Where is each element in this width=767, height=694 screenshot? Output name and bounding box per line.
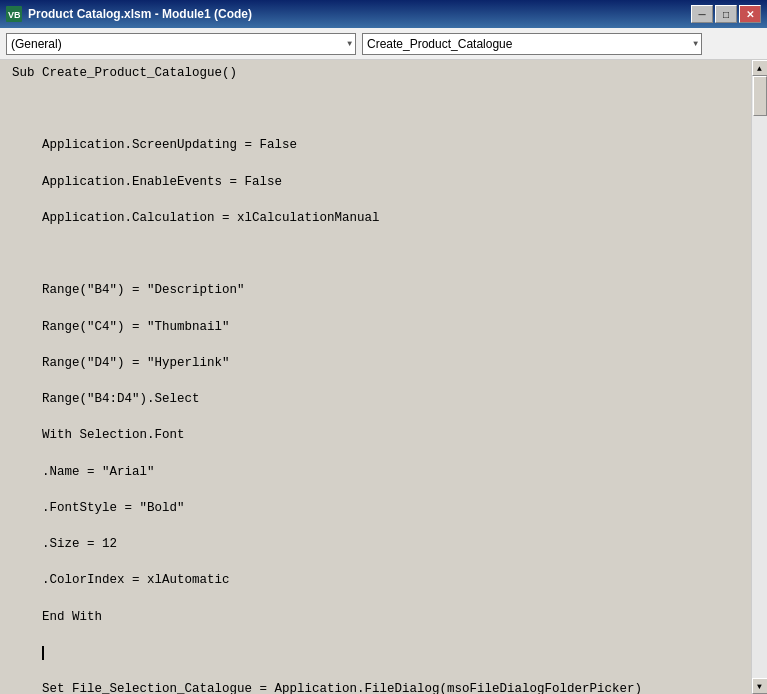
general-dropdown[interactable]: (General) — [6, 33, 356, 55]
toolbar: (General) Create_Product_Catalogue — [0, 28, 767, 60]
title-bar: VB Product Catalog.xlsm - Module1 (Code)… — [0, 0, 767, 28]
code-line: .ColorIndex = xlAutomatic — [8, 571, 743, 589]
vba-icon: VB — [6, 6, 22, 22]
title-bar-left: VB Product Catalog.xlsm - Module1 (Code) — [6, 6, 252, 22]
code-pre: Sub Create_Product_Catalogue() Applicati… — [8, 64, 743, 694]
svg-text:VB: VB — [8, 10, 21, 20]
code-line: With Selection.Font — [8, 426, 743, 444]
code-line: .Size = 12 — [8, 535, 743, 553]
code-line: Range("B4:D4").Select — [8, 390, 743, 408]
code-line: Application.ScreenUpdating = False — [8, 136, 743, 154]
text-cursor — [42, 646, 44, 660]
procedure-dropdown[interactable]: Create_Product_Catalogue — [362, 33, 702, 55]
code-editor[interactable]: Sub Create_Product_Catalogue() Applicati… — [0, 60, 751, 694]
code-line — [8, 245, 743, 263]
code-line: Range("B4") = "Description" — [8, 281, 743, 299]
window-title: Product Catalog.xlsm - Module1 (Code) — [28, 7, 252, 21]
main-area: Sub Create_Product_Catalogue() Applicati… — [0, 60, 767, 694]
scroll-up-button[interactable]: ▲ — [752, 60, 768, 76]
scroll-thumb[interactable] — [753, 76, 767, 116]
code-line: Set File_Selection_Catalogue = Applicati… — [8, 680, 743, 694]
code-line: Sub Create_Product_Catalogue() — [8, 64, 743, 82]
dropdown-left-wrapper: (General) — [6, 33, 356, 55]
maximize-button[interactable]: □ — [715, 5, 737, 23]
code-line: Range("C4") = "Thumbnail" — [8, 318, 743, 336]
code-line: Range("D4") = "Hyperlink" — [8, 354, 743, 372]
title-buttons: ─ □ ✕ — [691, 5, 761, 23]
code-line: End With — [8, 608, 743, 626]
minimize-button[interactable]: ─ — [691, 5, 713, 23]
dropdown-right-wrapper: Create_Product_Catalogue — [362, 33, 702, 55]
vertical-scrollbar: ▲ ▼ — [751, 60, 767, 694]
code-line-cursor — [8, 644, 743, 662]
scrollbar-area: Sub Create_Product_Catalogue() Applicati… — [0, 60, 767, 694]
scroll-track[interactable] — [752, 76, 767, 678]
close-button[interactable]: ✕ — [739, 5, 761, 23]
code-line: Application.EnableEvents = False — [8, 173, 743, 191]
scroll-down-button[interactable]: ▼ — [752, 678, 768, 694]
code-line: .FontStyle = "Bold" — [8, 499, 743, 517]
window-container: VB Product Catalog.xlsm - Module1 (Code)… — [0, 0, 767, 694]
code-line — [8, 100, 743, 118]
code-line: .Name = "Arial" — [8, 463, 743, 481]
code-line: Application.Calculation = xlCalculationM… — [8, 209, 743, 227]
